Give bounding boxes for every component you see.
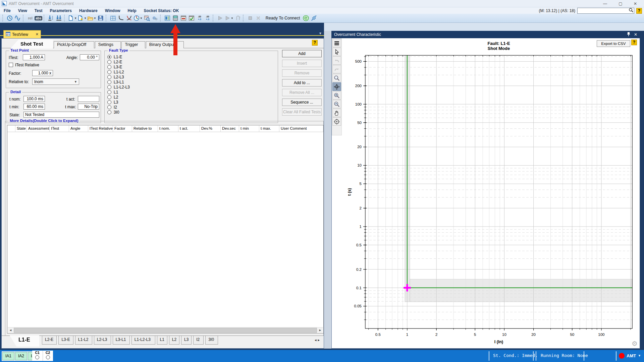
column-header-Factor[interactable]: Factor xyxy=(113,125,132,132)
dropdown-caret-icon[interactable]: ▼ xyxy=(231,17,233,20)
column-header-ITest[interactable]: ITest xyxy=(50,125,69,132)
t-nom-field[interactable] xyxy=(23,96,45,102)
radio-icon[interactable] xyxy=(107,90,111,94)
menu-item-test[interactable]: Test xyxy=(31,8,46,14)
angle-field[interactable] xyxy=(80,54,99,60)
settings-gears-tool-icon[interactable]: ⚙⚙ xyxy=(151,14,159,22)
menu-item-socket-status-ok[interactable]: Socket Status: OK xyxy=(140,8,183,14)
characteristic-curve-tool-icon[interactable] xyxy=(117,14,125,22)
cursor-tool-icon[interactable] xyxy=(332,48,341,56)
dropdown-caret-icon[interactable]: ▼ xyxy=(74,17,77,20)
rel-tool-icon[interactable]: rel xyxy=(26,14,34,22)
radio-icon[interactable] xyxy=(107,75,111,79)
single-shot-tool-icon[interactable]: 1 xyxy=(234,14,241,22)
t-max-field[interactable] xyxy=(78,104,99,110)
close-button[interactable]: ✕ xyxy=(629,0,642,7)
curve-compare-tool-icon[interactable] xyxy=(125,14,133,22)
fault-tab-l1[interactable]: L1 xyxy=(157,336,167,345)
search-input[interactable] xyxy=(577,8,634,14)
fault-tab-l1-l2-l3[interactable]: L1-L2-L3 xyxy=(131,336,155,345)
menu-item-window[interactable]: Window xyxy=(101,8,124,14)
fault-tab-3i0[interactable]: 3I0 xyxy=(205,336,218,345)
column-header-User Comment[interactable]: User Comment xyxy=(279,125,323,132)
tab-trigger[interactable]: Trigger xyxy=(121,41,145,48)
dock-menu-caret-icon[interactable]: ▼ xyxy=(319,32,322,35)
add-to--button[interactable]: Add to ... xyxy=(282,79,322,86)
abs-tool-icon[interactable]: abs xyxy=(35,14,42,22)
stop-test-tool-icon[interactable] xyxy=(247,14,254,22)
fault-option-l3-e[interactable]: L3-E xyxy=(107,64,130,69)
fault-option-l1[interactable]: L1 xyxy=(107,89,130,95)
target-tool-icon[interactable] xyxy=(332,117,341,126)
binary-channel-c1[interactable]: C1 xyxy=(32,351,43,361)
fault-option-l3[interactable]: L3 xyxy=(107,100,130,105)
scrollbar-thumb[interactable] xyxy=(14,328,317,333)
panel-check-tool-icon[interactable] xyxy=(188,14,195,22)
new-document-star-tool-icon[interactable]: ▼ xyxy=(77,14,87,22)
panel-help-button[interactable]: ? xyxy=(312,40,318,46)
results-table-tool-icon[interactable] xyxy=(109,14,117,22)
testview-close-icon[interactable]: ✕ xyxy=(36,32,39,37)
maximize-button[interactable]: ▢ xyxy=(614,0,627,7)
radio-icon[interactable] xyxy=(107,60,111,64)
clock-tool-icon[interactable] xyxy=(6,14,13,22)
tab-pickup-dropoff[interactable]: PickUp-DropOff xyxy=(54,41,94,48)
tab-scroll-arrows[interactable]: ◂▸ xyxy=(315,338,321,342)
radio-icon[interactable] xyxy=(107,95,111,99)
device-caret-icon[interactable]: ▼ xyxy=(638,354,641,357)
dropdown-caret-icon[interactable]: ▼ xyxy=(140,17,143,20)
redo-tool-icon[interactable] xyxy=(332,65,341,73)
fault-tab-l3-l1[interactable]: L3-L1 xyxy=(113,336,130,345)
device-label[interactable]: AMT xyxy=(627,353,636,358)
menu-item-file[interactable]: File xyxy=(0,8,14,14)
horizontal-scrollbar[interactable]: ◄ ► xyxy=(8,327,323,333)
fault-option-3i0[interactable]: 3I0 xyxy=(107,110,130,115)
search-field[interactable] xyxy=(578,8,628,13)
panel-splitter[interactable] xyxy=(324,31,331,349)
add-button[interactable]: Add xyxy=(282,50,322,57)
binary-channel-c2[interactable]: C2 xyxy=(43,351,53,361)
open-folder-tool-icon[interactable]: ▼ xyxy=(87,14,96,22)
arrow-down-single-tool-icon[interactable] xyxy=(47,14,55,22)
new-document-tool-icon[interactable]: ▼ xyxy=(68,14,77,22)
column-header-Dev.%[interactable]: Dev.% xyxy=(200,125,221,132)
relative-to-dropdown[interactable]: Inom ▼ xyxy=(32,78,79,85)
column-header-State[interactable]: State xyxy=(15,125,27,132)
connect-plug-icon[interactable] xyxy=(310,14,318,22)
fault-tab-l3[interactable]: L3 xyxy=(181,336,192,345)
start-sequence-tool-icon[interactable]: ▼ xyxy=(224,14,233,22)
chart-help-button[interactable]: ? xyxy=(631,40,637,45)
radio-icon[interactable] xyxy=(107,85,111,89)
fault-option-l1-l2[interactable]: L1-L2 xyxy=(107,69,130,74)
calculator-tool-icon[interactable] xyxy=(172,14,179,22)
panel-stop-tool-icon[interactable] xyxy=(180,14,187,22)
zoom-out-tool-icon[interactable] xyxy=(332,100,341,108)
abort-tool-icon[interactable] xyxy=(255,14,262,22)
radio-icon[interactable] xyxy=(107,70,111,74)
fault-tab-l3-e[interactable]: L3-E xyxy=(58,336,73,345)
menu-item-view[interactable]: View xyxy=(14,8,31,14)
fault-tab-l1-e[interactable]: L1-E xyxy=(10,336,39,347)
undo-tool-icon[interactable] xyxy=(332,56,341,65)
column-header-Assessment[interactable]: Assessment xyxy=(27,125,50,132)
grid-inspect-tool-icon[interactable] xyxy=(143,14,151,22)
pin-icon[interactable] xyxy=(627,32,631,38)
column-header-t act.[interactable]: t act. xyxy=(178,125,200,132)
dropdown-caret-icon[interactable]: ▼ xyxy=(84,17,87,20)
sequence--button[interactable]: Sequence ... xyxy=(282,99,322,106)
state-field[interactable] xyxy=(23,112,99,118)
arrow-down-double-tool-icon[interactable] xyxy=(55,14,63,22)
export-csv-button[interactable]: Export to CSV xyxy=(597,40,630,47)
channel-button-ia2[interactable]: IA2 xyxy=(15,352,27,360)
radio-icon[interactable] xyxy=(107,65,111,69)
radio-icon[interactable] xyxy=(107,100,111,104)
pan-tool-icon[interactable] xyxy=(332,109,341,117)
decimal-display-1-tool-icon[interactable]: .00+.0 xyxy=(196,14,203,22)
tab-settings[interactable]: Settings xyxy=(95,41,121,48)
fault-option-l3-l1[interactable]: L3-L1 xyxy=(107,79,130,84)
column-header-t min[interactable]: t min xyxy=(239,125,259,132)
save-tool-icon[interactable] xyxy=(97,14,104,22)
phasor-tool-icon[interactable]: ▼ xyxy=(133,14,143,22)
report-panel-tool-icon[interactable] xyxy=(164,14,171,22)
chart-close-icon[interactable]: ✕ xyxy=(634,32,637,37)
